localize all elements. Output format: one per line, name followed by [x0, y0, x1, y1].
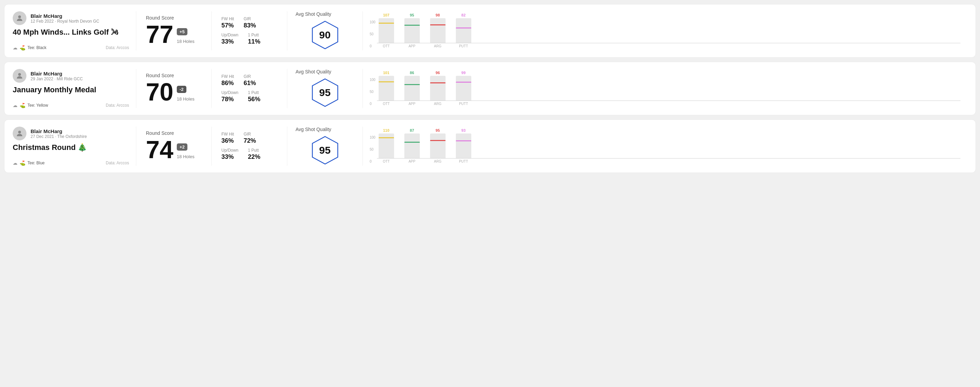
chart-bar-app: 86: [402, 71, 422, 100]
tee-info: ☁ ⛳ Tee: Black: [13, 45, 46, 51]
oneputt-stat: 1 Putt 11%: [248, 33, 260, 45]
oneputt-stat: 1 Putt 56%: [248, 90, 260, 103]
quality-label: Avg Shot Quality: [296, 11, 331, 17]
card-footer: ☁ ⛳ Tee: Black Data: Arccos: [13, 45, 129, 51]
card-score: Round Score 74 +2 18 Holes: [136, 127, 212, 166]
holes-label: 18 Holes: [177, 154, 194, 159]
holes-label: 18 Holes: [177, 97, 194, 102]
tee-icon: ⛳: [19, 160, 25, 166]
chart-bar-arg: 95: [428, 128, 447, 158]
fw-hit-stat: FW Hit 36%: [221, 132, 234, 144]
card-quality: Avg Shot Quality 95: [287, 69, 363, 108]
avatar: [13, 127, 26, 140]
user-name: Blair McHarg: [30, 128, 87, 134]
score-number: 70: [146, 79, 173, 104]
card-chart: 100 50 0 101 86 96 99 OTTAPPA: [363, 69, 967, 108]
round-score-label: Round Score: [146, 130, 202, 136]
chart-bar-app: 87: [402, 128, 422, 158]
holes-label: 18 Holes: [177, 39, 194, 44]
score-badge: +5: [177, 28, 188, 35]
user-date-course: 12 Feb 2022 · Royal North Devon GC: [30, 19, 99, 24]
card-left-round1: Blair McHarg 12 Feb 2022 · Royal North D…: [13, 11, 136, 51]
tee-label: Tee: Blue: [27, 160, 45, 165]
round-card-round1: Blair McHarg 12 Feb 2022 · Royal North D…: [4, 4, 976, 58]
tee-icon: ⛳: [19, 103, 25, 108]
chart-bar-arg: 98: [428, 13, 447, 43]
gir-stat: GIR 83%: [244, 16, 256, 29]
data-source: Data: Arccos: [106, 160, 129, 165]
hex-score: 95: [319, 144, 331, 156]
user-info: Blair McHarg 29 Jan 2022 · Mill Ride GCC: [13, 69, 129, 82]
round-title: January Monthly Medal: [13, 86, 129, 94]
fw-hit-stat: FW Hit 86%: [221, 74, 234, 87]
hexagon: 95: [310, 135, 340, 166]
hexagon: 95: [310, 77, 340, 108]
chart-bar-ott: 101: [377, 71, 396, 100]
score-number: 74: [146, 137, 173, 162]
user-date-course: 27 Dec 2021 · The Oxfordshire: [30, 134, 87, 139]
gir-stat: GIR 61%: [244, 74, 256, 87]
score-badge: -2: [177, 86, 186, 93]
score-number: 77: [146, 22, 173, 47]
card-stats: FW Hit 57% GIR 83% Up/Down 33% 1 Putt 11…: [212, 11, 287, 51]
round-card-round3: Blair McHarg 27 Dec 2021 · The Oxfordshi…: [4, 119, 976, 173]
tee-info: ☁ ⛳ Tee: Blue: [13, 160, 45, 166]
weather-icon: ☁: [13, 45, 18, 51]
chart-bar-arg: 96: [428, 71, 447, 100]
quality-label: Avg Shot Quality: [296, 69, 331, 75]
updown-stat: Up/Down 78%: [221, 90, 238, 103]
weather-icon: ☁: [13, 160, 18, 166]
card-stats: FW Hit 36% GIR 72% Up/Down 33% 1 Putt 22…: [212, 127, 287, 166]
card-quality: Avg Shot Quality 95: [287, 127, 363, 166]
user-name: Blair McHarg: [30, 13, 99, 19]
score-badge: +2: [177, 143, 188, 151]
svg-point-0: [18, 16, 21, 18]
tee-icon: ⛳: [19, 45, 25, 51]
updown-stat: Up/Down 33%: [221, 148, 238, 160]
card-score: Round Score 77 +5 18 Holes: [136, 11, 212, 51]
card-left-round2: Blair McHarg 29 Jan 2022 · Mill Ride GCC…: [13, 69, 136, 108]
svg-point-2: [18, 73, 21, 76]
round-score-label: Round Score: [146, 73, 202, 78]
weather-icon: ☁: [13, 103, 18, 108]
card-quality: Avg Shot Quality 90: [287, 11, 363, 51]
chart-bar-ott: 110: [377, 128, 396, 158]
chart-bar-putt: 93: [454, 128, 473, 158]
gir-stat: GIR 72%: [244, 132, 256, 144]
card-footer: ☁ ⛳ Tee: Yellow Data: Arccos: [13, 103, 129, 108]
user-icon: [16, 14, 24, 22]
round-score-label: Round Score: [146, 15, 202, 21]
user-info: Blair McHarg 27 Dec 2021 · The Oxfordshi…: [13, 127, 129, 140]
svg-point-4: [18, 131, 21, 133]
card-footer: ☁ ⛳ Tee: Blue Data: Arccos: [13, 160, 129, 166]
card-chart: 100 50 0 110 87 95 93 OTTAPPA: [363, 127, 967, 166]
card-stats: FW Hit 86% GIR 61% Up/Down 78% 1 Putt 56…: [212, 69, 287, 108]
tee-info: ☁ ⛳ Tee: Yellow: [13, 103, 48, 108]
round-title: 40 Mph Winds... Links Golf 🌬: [13, 28, 129, 37]
data-source: Data: Arccos: [106, 103, 129, 108]
user-info: Blair McHarg 12 Feb 2022 · Royal North D…: [13, 11, 129, 25]
updown-stat: Up/Down 33%: [221, 33, 238, 45]
card-score: Round Score 70 -2 18 Holes: [136, 69, 212, 108]
oneputt-stat: 1 Putt 22%: [248, 148, 260, 160]
user-icon: [16, 72, 24, 80]
user-icon: [16, 129, 24, 138]
round-title: Christmas Round 🎄: [13, 143, 129, 152]
user-name: Blair McHarg: [30, 71, 83, 76]
tee-label: Tee: Yellow: [27, 103, 48, 108]
hex-score: 95: [319, 87, 331, 98]
chart-bar-ott: 107: [377, 13, 396, 43]
round-card-round2: Blair McHarg 29 Jan 2022 · Mill Ride GCC…: [4, 62, 976, 115]
hexagon: 90: [310, 19, 340, 51]
chart-bar-putt: 82: [454, 13, 473, 43]
user-date-course: 29 Jan 2022 · Mill Ride GCC: [30, 76, 83, 81]
avatar: [13, 11, 26, 25]
card-chart: 100 50 0 107 95 98 82 OTTAPPA: [363, 11, 967, 51]
fw-hit-stat: FW Hit 57%: [221, 16, 234, 29]
chart-bar-putt: 99: [454, 71, 473, 100]
quality-label: Avg Shot Quality: [296, 127, 331, 132]
chart-bar-app: 95: [402, 13, 422, 43]
tee-label: Tee: Black: [27, 45, 46, 50]
card-left-round3: Blair McHarg 27 Dec 2021 · The Oxfordshi…: [13, 127, 136, 166]
avatar: [13, 69, 26, 82]
